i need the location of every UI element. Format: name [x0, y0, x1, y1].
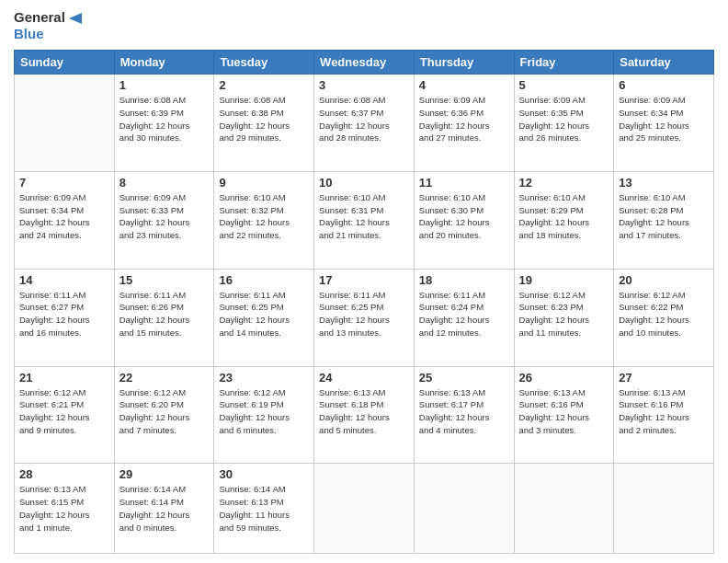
day-number: 27: [619, 371, 709, 385]
day-info: Sunrise: 6:11 AMSunset: 6:25 PMDaylight:…: [319, 289, 409, 339]
day-number: 25: [419, 371, 509, 385]
day-info: Sunrise: 6:11 AMSunset: 6:26 PMDaylight:…: [119, 289, 210, 339]
day-info: Sunrise: 6:11 AMSunset: 6:27 PMDaylight:…: [19, 289, 109, 339]
calendar-cell: 3Sunrise: 6:08 AMSunset: 6:37 PMDaylight…: [314, 75, 415, 172]
day-info: Sunrise: 6:08 AMSunset: 6:39 PMDaylight:…: [119, 94, 210, 144]
calendar-cell: 24Sunrise: 6:13 AMSunset: 6:18 PMDayligh…: [314, 366, 415, 464]
calendar-cell: 25Sunrise: 6:13 AMSunset: 6:17 PMDayligh…: [414, 366, 514, 464]
calendar-week-1: 1Sunrise: 6:08 AMSunset: 6:39 PMDaylight…: [15, 75, 714, 172]
calendar-cell: 11Sunrise: 6:10 AMSunset: 6:30 PMDayligh…: [414, 171, 514, 269]
calendar-cell: 29Sunrise: 6:14 AMSunset: 6:14 PMDayligh…: [114, 464, 214, 554]
day-info: Sunrise: 6:10 AMSunset: 6:30 PMDaylight:…: [419, 191, 509, 242]
calendar-cell: 12Sunrise: 6:10 AMSunset: 6:29 PMDayligh…: [514, 171, 614, 269]
calendar-cell: 9Sunrise: 6:10 AMSunset: 6:32 PMDaylight…: [214, 171, 314, 269]
day-number: 10: [319, 176, 409, 190]
day-info: Sunrise: 6:11 AMSunset: 6:24 PMDaylight:…: [419, 289, 509, 339]
day-number: 18: [419, 273, 509, 287]
calendar-cell: 30Sunrise: 6:14 AMSunset: 6:13 PMDayligh…: [214, 464, 314, 554]
day-info: Sunrise: 6:10 AMSunset: 6:32 PMDaylight:…: [219, 191, 309, 242]
day-info: Sunrise: 6:11 AMSunset: 6:25 PMDaylight:…: [219, 289, 309, 339]
calendar-cell: 14Sunrise: 6:11 AMSunset: 6:27 PMDayligh…: [15, 269, 115, 366]
day-number: 15: [119, 273, 210, 287]
calendar-week-2: 7Sunrise: 6:09 AMSunset: 6:34 PMDaylight…: [15, 171, 714, 269]
day-number: 26: [519, 371, 609, 385]
day-number: 29: [119, 467, 210, 481]
day-info: Sunrise: 6:13 AMSunset: 6:15 PMDaylight:…: [19, 483, 109, 534]
col-header-friday: Friday: [514, 51, 614, 75]
day-number: 7: [19, 176, 109, 190]
calendar-cell: 23Sunrise: 6:12 AMSunset: 6:19 PMDayligh…: [214, 366, 314, 464]
logo-general: General: [14, 9, 84, 26]
calendar-cell: 28Sunrise: 6:13 AMSunset: 6:15 PMDayligh…: [15, 464, 115, 554]
day-info: Sunrise: 6:13 AMSunset: 6:16 PMDaylight:…: [619, 386, 709, 437]
calendar-cell: [314, 464, 415, 554]
calendar-cell: [15, 75, 115, 172]
day-info: Sunrise: 6:09 AMSunset: 6:36 PMDaylight:…: [419, 94, 509, 144]
day-number: 21: [19, 371, 109, 385]
day-info: Sunrise: 6:14 AMSunset: 6:13 PMDaylight:…: [219, 483, 309, 534]
day-info: Sunrise: 6:08 AMSunset: 6:37 PMDaylight:…: [319, 94, 409, 144]
calendar-cell: 10Sunrise: 6:10 AMSunset: 6:31 PMDayligh…: [314, 171, 415, 269]
calendar-cell: 13Sunrise: 6:10 AMSunset: 6:28 PMDayligh…: [614, 171, 714, 269]
day-number: 5: [519, 78, 609, 92]
calendar-table: SundayMondayTuesdayWednesdayThursdayFrid…: [14, 50, 714, 554]
calendar-cell: 1Sunrise: 6:08 AMSunset: 6:39 PMDaylight…: [114, 75, 214, 172]
calendar-cell: [414, 464, 514, 554]
day-number: 16: [219, 273, 309, 287]
day-number: 11: [419, 176, 509, 190]
page: General Blue SundayMondayTuesdayWednesda…: [0, 0, 728, 563]
day-info: Sunrise: 6:13 AMSunset: 6:17 PMDaylight:…: [419, 386, 509, 437]
calendar-week-4: 21Sunrise: 6:12 AMSunset: 6:21 PMDayligh…: [15, 366, 714, 464]
day-info: Sunrise: 6:09 AMSunset: 6:34 PMDaylight:…: [19, 191, 109, 242]
day-info: Sunrise: 6:08 AMSunset: 6:38 PMDaylight:…: [219, 94, 309, 144]
calendar-cell: [514, 464, 614, 554]
day-info: Sunrise: 6:13 AMSunset: 6:18 PMDaylight:…: [319, 386, 409, 437]
calendar-cell: 19Sunrise: 6:12 AMSunset: 6:23 PMDayligh…: [514, 269, 614, 366]
calendar-cell: 18Sunrise: 6:11 AMSunset: 6:24 PMDayligh…: [414, 269, 514, 366]
calendar-cell: 21Sunrise: 6:12 AMSunset: 6:21 PMDayligh…: [15, 366, 115, 464]
calendar-cell: 20Sunrise: 6:12 AMSunset: 6:22 PMDayligh…: [614, 269, 714, 366]
day-number: 28: [19, 467, 109, 481]
calendar-cell: 26Sunrise: 6:13 AMSunset: 6:16 PMDayligh…: [514, 366, 614, 464]
calendar-week-3: 14Sunrise: 6:11 AMSunset: 6:27 PMDayligh…: [15, 269, 714, 366]
calendar-cell: 8Sunrise: 6:09 AMSunset: 6:33 PMDaylight…: [114, 171, 214, 269]
day-number: 20: [619, 273, 709, 287]
day-info: Sunrise: 6:10 AMSunset: 6:29 PMDaylight:…: [519, 191, 609, 242]
day-info: Sunrise: 6:13 AMSunset: 6:16 PMDaylight:…: [519, 386, 609, 437]
day-number: 30: [219, 467, 309, 481]
day-number: 12: [519, 176, 609, 190]
day-number: 24: [319, 371, 409, 385]
day-number: 9: [219, 176, 309, 190]
calendar-cell: 5Sunrise: 6:09 AMSunset: 6:35 PMDaylight…: [514, 75, 614, 172]
calendar-cell: 17Sunrise: 6:11 AMSunset: 6:25 PMDayligh…: [314, 269, 415, 366]
day-number: 23: [219, 371, 309, 385]
calendar-cell: 27Sunrise: 6:13 AMSunset: 6:16 PMDayligh…: [614, 366, 714, 464]
logo: General Blue: [14, 9, 84, 42]
col-header-sunday: Sunday: [15, 51, 115, 75]
col-header-monday: Monday: [114, 51, 214, 75]
day-number: 19: [519, 273, 609, 287]
day-info: Sunrise: 6:09 AMSunset: 6:34 PMDaylight:…: [619, 94, 709, 144]
day-number: 1: [119, 78, 210, 92]
day-number: 14: [19, 273, 109, 287]
logo-blue: Blue: [14, 26, 84, 42]
day-info: Sunrise: 6:12 AMSunset: 6:20 PMDaylight:…: [119, 386, 210, 437]
day-number: 8: [119, 176, 210, 190]
day-number: 6: [619, 78, 709, 92]
day-info: Sunrise: 6:12 AMSunset: 6:23 PMDaylight:…: [519, 289, 609, 339]
day-number: 17: [319, 273, 409, 287]
day-info: Sunrise: 6:14 AMSunset: 6:14 PMDaylight:…: [119, 483, 210, 534]
day-info: Sunrise: 6:12 AMSunset: 6:19 PMDaylight:…: [219, 386, 309, 437]
day-info: Sunrise: 6:12 AMSunset: 6:21 PMDaylight:…: [19, 386, 109, 437]
calendar-cell: 15Sunrise: 6:11 AMSunset: 6:26 PMDayligh…: [114, 269, 214, 366]
day-number: 13: [619, 176, 709, 190]
calendar-cell: 22Sunrise: 6:12 AMSunset: 6:20 PMDayligh…: [114, 366, 214, 464]
calendar-cell: [614, 464, 714, 554]
col-header-thursday: Thursday: [414, 51, 514, 75]
calendar-week-5: 28Sunrise: 6:13 AMSunset: 6:15 PMDayligh…: [15, 464, 714, 554]
day-number: 22: [119, 371, 210, 385]
day-info: Sunrise: 6:09 AMSunset: 6:33 PMDaylight:…: [119, 191, 210, 242]
day-number: 4: [419, 78, 509, 92]
calendar-cell: 6Sunrise: 6:09 AMSunset: 6:34 PMDaylight…: [614, 75, 714, 172]
day-info: Sunrise: 6:10 AMSunset: 6:31 PMDaylight:…: [319, 191, 409, 242]
